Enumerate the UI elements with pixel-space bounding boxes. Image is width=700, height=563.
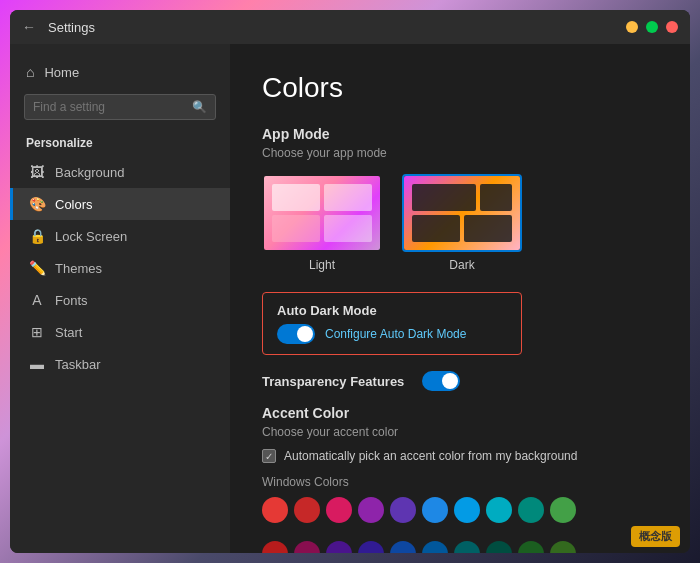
color-swatch[interactable] xyxy=(550,497,576,523)
sidebar-item-label: Start xyxy=(55,325,82,340)
color-swatch[interactable] xyxy=(262,541,288,553)
color-swatch[interactable] xyxy=(422,497,448,523)
background-icon: 🖼 xyxy=(29,164,45,180)
minimize-button[interactable] xyxy=(626,21,638,33)
search-box[interactable]: 🔍 xyxy=(24,94,216,120)
maximize-button[interactable] xyxy=(646,21,658,33)
color-swatch[interactable] xyxy=(326,541,352,553)
auto-dark-mode-box: Auto Dark Mode Configure Auto Dark Mode xyxy=(262,292,522,355)
window-title: Settings xyxy=(48,20,95,35)
accent-section: Accent Color Choose your accent color ✓ … xyxy=(262,405,658,553)
accent-subtitle: Choose your accent color xyxy=(262,425,658,439)
dark-label: Dark xyxy=(449,258,474,272)
color-swatch[interactable] xyxy=(358,541,384,553)
color-swatch[interactable] xyxy=(486,541,512,553)
sidebar-item-label: Colors xyxy=(55,197,93,212)
auto-dark-title: Auto Dark Mode xyxy=(277,303,507,318)
light-mode-thumb[interactable]: Light xyxy=(262,174,382,272)
dark-mode-thumb[interactable]: Dark xyxy=(402,174,522,272)
transparency-label: Transparency Features xyxy=(262,374,404,389)
auto-dark-toggle-row: Configure Auto Dark Mode xyxy=(277,324,507,344)
search-input[interactable] xyxy=(33,100,192,114)
sidebar-item-fonts[interactable]: A Fonts xyxy=(10,284,230,316)
app-mode-subtitle: Choose your app mode xyxy=(262,146,658,160)
color-swatch[interactable] xyxy=(358,497,384,523)
settings-window: ← Settings ⌂ Home 🔍 Personalize 🖼 Backgr… xyxy=(10,10,690,553)
sidebar-item-label: Fonts xyxy=(55,293,88,308)
sidebar-item-start[interactable]: ⊞ Start xyxy=(10,316,230,348)
auto-dark-toggle[interactable] xyxy=(277,324,315,344)
sidebar-item-label: Themes xyxy=(55,261,102,276)
back-button[interactable]: ← xyxy=(22,19,36,35)
transparency-toggle[interactable] xyxy=(422,371,460,391)
toggle-knob xyxy=(297,326,313,342)
color-swatch[interactable] xyxy=(294,497,320,523)
lock-screen-icon: 🔒 xyxy=(29,228,45,244)
page-title: Colors xyxy=(262,72,658,104)
window-controls xyxy=(626,21,678,33)
watermark: 概念版 xyxy=(631,526,680,547)
auto-pick-label: Automatically pick an accent color from … xyxy=(284,449,577,463)
sidebar: ⌂ Home 🔍 Personalize 🖼 Background 🎨 Colo… xyxy=(10,44,230,553)
sidebar-item-home[interactable]: ⌂ Home xyxy=(10,56,230,88)
color-swatch[interactable] xyxy=(262,497,288,523)
color-swatches-row2 xyxy=(262,541,658,553)
main-layout: ⌂ Home 🔍 Personalize 🖼 Background 🎨 Colo… xyxy=(10,44,690,553)
color-swatch[interactable] xyxy=(390,497,416,523)
light-label: Light xyxy=(309,258,335,272)
color-swatch[interactable] xyxy=(294,541,320,553)
color-swatch[interactable] xyxy=(550,541,576,553)
color-swatch[interactable] xyxy=(326,497,352,523)
sidebar-item-lock-screen[interactable]: 🔒 Lock Screen xyxy=(10,220,230,252)
sidebar-item-label: Taskbar xyxy=(55,357,101,372)
accent-title: Accent Color xyxy=(262,405,658,421)
color-swatch[interactable] xyxy=(518,497,544,523)
start-icon: ⊞ xyxy=(29,324,45,340)
mode-thumbnails: Light xyxy=(262,174,658,272)
content-area: Colors App Mode Choose your app mode xyxy=(230,44,690,553)
color-swatch[interactable] xyxy=(454,541,480,553)
color-swatch[interactable] xyxy=(454,497,480,523)
sidebar-item-taskbar[interactable]: ▬ Taskbar xyxy=(10,348,230,380)
app-mode-title: App Mode xyxy=(262,126,658,142)
sidebar-section-label: Personalize xyxy=(10,132,230,156)
sidebar-item-colors[interactable]: 🎨 Colors xyxy=(10,188,230,220)
colors-icon: 🎨 xyxy=(29,196,45,212)
sidebar-item-label: Background xyxy=(55,165,124,180)
windows-colors-label: Windows Colors xyxy=(262,475,658,489)
title-bar: ← Settings xyxy=(10,10,690,44)
color-swatch[interactable] xyxy=(390,541,416,553)
transparency-row: Transparency Features xyxy=(262,371,658,391)
configure-link[interactable]: Configure Auto Dark Mode xyxy=(325,327,466,341)
auto-pick-row: ✓ Automatically pick an accent color fro… xyxy=(262,449,658,463)
taskbar-icon: ▬ xyxy=(29,356,45,372)
color-swatches-row1 xyxy=(262,497,658,523)
color-swatch[interactable] xyxy=(422,541,448,553)
auto-pick-checkbox[interactable]: ✓ xyxy=(262,449,276,463)
sidebar-item-background[interactable]: 🖼 Background xyxy=(10,156,230,188)
sidebar-item-label: Lock Screen xyxy=(55,229,127,244)
search-icon: 🔍 xyxy=(192,100,207,114)
color-swatch[interactable] xyxy=(518,541,544,553)
transparency-toggle-knob xyxy=(442,373,458,389)
checkbox-check-icon: ✓ xyxy=(265,451,273,462)
home-label: Home xyxy=(44,65,79,80)
sidebar-item-themes[interactable]: ✏️ Themes xyxy=(10,252,230,284)
dark-thumb-image[interactable] xyxy=(402,174,522,252)
light-thumb-image[interactable] xyxy=(262,174,382,252)
color-swatch[interactable] xyxy=(486,497,512,523)
home-icon: ⌂ xyxy=(26,64,34,80)
fonts-icon: A xyxy=(29,292,45,308)
themes-icon: ✏️ xyxy=(29,260,45,276)
close-button[interactable] xyxy=(666,21,678,33)
